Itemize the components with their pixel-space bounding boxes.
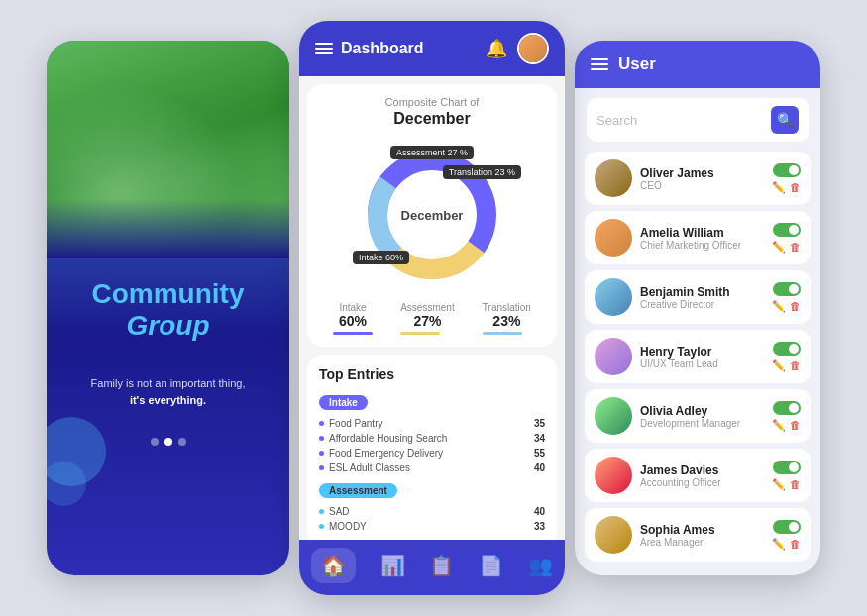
delete-icon-olivia[interactable]: 🗑 [790, 419, 801, 432]
action-icons-oliver: ✏️ 🗑 [772, 181, 801, 194]
delete-icon-james[interactable]: 🗑 [790, 478, 801, 491]
nav-home[interactable]: 🏠 [311, 548, 356, 583]
assessment-stat-value: 27% [400, 313, 454, 329]
user-role-benjamin: Creative Director [640, 299, 764, 310]
avatar-sophia [595, 516, 632, 554]
user-row-benjamin: Benjamin Smith Creative Director ✏️ 🗑 [585, 270, 811, 324]
user-role-james: Accounting Officer [640, 477, 764, 488]
avatar-amelia [595, 219, 632, 257]
search-bar[interactable]: Search 🔍 [587, 98, 809, 142]
edit-icon-sophia[interactable]: ✏️ [772, 538, 786, 551]
toggle-olivia[interactable] [773, 401, 801, 415]
entry-count-2: 34 [534, 433, 545, 444]
user-name-james: James Davies [640, 463, 764, 477]
toggle-henry[interactable] [773, 342, 801, 356]
user-avatar-header[interactable] [517, 33, 549, 64]
user-name-henry: Henry Taylor [640, 345, 764, 359]
dashboard-content: Composite Chart of December December [299, 76, 565, 540]
nav-chart[interactable]: 📊 [380, 554, 405, 577]
entry-row-6: MOODY 33 [319, 519, 545, 534]
user-info-amelia: Amelia William Chief Marketing Officer [640, 226, 764, 251]
intake-label: Intake 60% [353, 251, 409, 264]
dot-2[interactable] [164, 438, 172, 446]
entry-count-1: 35 [534, 418, 545, 429]
hamburger-line-1 [315, 43, 333, 45]
user-row-sophia: Sophia Ames Area Manager ✏️ 🗑 [585, 508, 811, 562]
intake-badge: Intake [319, 395, 368, 410]
avatar-henry [595, 338, 632, 375]
stat-assessment: Assessment 27% [400, 302, 454, 335]
user-info-james: James Davies Accounting Officer [640, 463, 764, 488]
user-row-james: James Davies Accounting Officer ✏️ 🗑 [585, 449, 811, 502]
hamburger-line-3 [315, 52, 333, 54]
nav-home-bg: 🏠 [311, 548, 356, 583]
user-name-oliver: Oliver James [640, 166, 764, 180]
user-menu-icon[interactable] [591, 58, 608, 70]
toggle-sophia[interactable] [773, 520, 801, 534]
user-info-henry: Henry Taylor UI/UX Team Lead [640, 345, 764, 369]
edit-icon-henry[interactable]: ✏️ [772, 359, 786, 372]
edit-icon-olivia[interactable]: ✏️ [772, 419, 786, 432]
delete-icon-sophia[interactable]: 🗑 [790, 538, 801, 551]
edit-icon-james[interactable]: ✏️ [772, 478, 786, 491]
nav-document[interactable]: 📄 [479, 554, 503, 577]
assessment-stat-label: Assessment [400, 302, 454, 313]
delete-icon-oliver[interactable]: 🗑 [790, 181, 801, 194]
edit-icon-amelia[interactable]: ✏️ [772, 241, 786, 254]
chart-stats: Intake 60% Assessment 27% Translation 23… [319, 302, 545, 335]
entry-name-3: Food Emergency Delivery [319, 448, 534, 459]
action-icons-sophia: ✏️ 🗑 [772, 538, 801, 551]
intake-stat-value: 60% [333, 313, 373, 329]
toggle-amelia[interactable] [773, 223, 801, 237]
dot-3[interactable] [178, 438, 186, 446]
stat-translation: Translation 23% [483, 302, 531, 335]
delete-icon-benjamin[interactable]: 🗑 [790, 300, 801, 313]
action-icons-amelia: ✏️ 🗑 [772, 241, 801, 254]
intake-stat-label: Intake [333, 302, 373, 313]
assessment-badge: Assessment [319, 483, 397, 498]
search-button[interactable]: 🔍 [771, 106, 799, 134]
assessment-bar [400, 332, 440, 335]
toggle-oliver[interactable] [773, 163, 801, 177]
nav-users[interactable]: 👥 [528, 554, 553, 577]
delete-icon-amelia[interactable]: 🗑 [790, 241, 801, 254]
carousel-dots [151, 438, 186, 446]
donut-chart: December Assessment 27 % Translation 23 … [353, 136, 511, 294]
dashboard-header: Dashboard 🔔 [299, 21, 565, 76]
user-header: User [575, 41, 820, 88]
user-actions-amelia: ✏️ 🗑 [772, 223, 801, 254]
stat-intake: Intake 60% [333, 302, 373, 335]
user-info-oliver: Oliver James CEO [640, 166, 764, 191]
user-row-amelia: Amelia William Chief Marketing Officer ✏… [585, 211, 811, 264]
app-tagline: Family is not an important thing, it's e… [91, 375, 246, 408]
entry-name-5: SAD [319, 506, 534, 517]
user-info-benjamin: Benjamin Smith Creative Director [640, 285, 764, 310]
screens-container: Community Group Family is not an importa… [0, 0, 867, 616]
user-list: Oliver James CEO ✏️ 🗑 Amelia William Chi… [575, 152, 820, 575]
edit-icon-oliver[interactable]: ✏️ [772, 181, 786, 194]
edit-icon-benjamin[interactable]: ✏️ [772, 300, 786, 313]
user-row-oliver: Oliver James CEO ✏️ 🗑 [585, 152, 811, 205]
entry-row-2: Affordable Housing Search 34 [319, 431, 545, 446]
toggle-benjamin[interactable] [773, 282, 801, 296]
translation-bar [483, 332, 522, 335]
dot-1[interactable] [151, 438, 159, 446]
intake-bar [333, 332, 373, 335]
entry-count-3: 55 [534, 448, 545, 459]
avatar-benjamin [595, 278, 632, 316]
chart-month: December [319, 110, 545, 128]
bell-icon[interactable]: 🔔 [486, 38, 507, 59]
avatar-james [595, 457, 632, 494]
translation-stat-label: Translation [483, 302, 531, 313]
entries-section: Top Entries Intake Food Pantry 35 Afford… [307, 355, 557, 540]
screen2-dashboard: Dashboard 🔔 Composite Chart of December [299, 21, 565, 595]
user-role-olivia: Development Manager [640, 418, 764, 429]
toggle-james[interactable] [773, 461, 801, 474]
user-actions-james: ✏️ 🗑 [772, 461, 801, 491]
nav-checklist[interactable]: 📋 [429, 554, 454, 577]
hamburger-icon[interactable] [315, 43, 333, 54]
user-role-amelia: Chief Marketing Officer [640, 240, 764, 251]
user-name-olivia: Olivia Adley [640, 404, 764, 418]
translation-stat-value: 23% [483, 313, 531, 329]
delete-icon-henry[interactable]: 🗑 [790, 359, 801, 372]
